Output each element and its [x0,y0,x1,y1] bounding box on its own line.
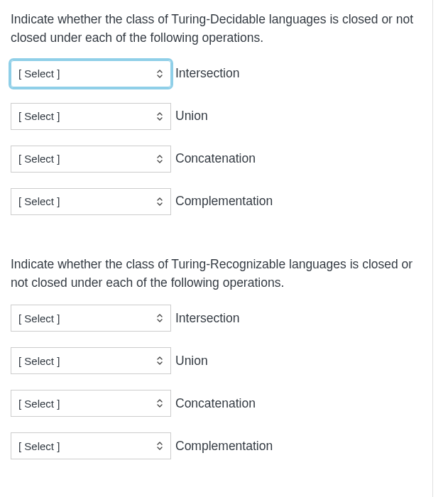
chevron-updown-icon [156,154,163,164]
answer-row: [ Select ] Concatenation [11,146,422,173]
select-value: [ Select ] [18,67,60,80]
select-dropdown[interactable]: [ Select ] [11,432,171,459]
select-value: [ Select ] [18,110,60,122]
select-value: [ Select ] [18,440,60,452]
operation-label: Concatenation [175,396,256,411]
answer-row: [ Select ] Concatenation [11,390,422,417]
select-value: [ Select ] [18,398,60,410]
select-value: [ Select ] [18,355,60,367]
operation-label: Concatenation [175,151,256,166]
answer-row: [ Select ] Union [11,347,422,374]
select-dropdown[interactable]: [ Select ] [11,347,171,374]
chevron-updown-icon [156,69,163,79]
operation-label: Union [175,109,208,124]
select-dropdown[interactable]: [ Select ] [11,146,171,173]
chevron-updown-icon [156,441,163,451]
answer-row: [ Select ] Intersection [11,60,422,87]
operation-label: Intersection [175,66,239,81]
operation-label: Complementation [175,439,273,454]
select-value: [ Select ] [18,153,60,165]
answer-row: [ Select ] Union [11,103,422,130]
question-prompt: Indicate whether the class of Turing-Dec… [11,10,422,48]
answer-row: [ Select ] Complementation [11,188,422,215]
chevron-updown-icon [156,313,163,323]
answer-row: [ Select ] Complementation [11,432,422,459]
answer-row: [ Select ] Intersection [11,305,422,332]
operation-label: Intersection [175,311,239,326]
question-prompt: Indicate whether the class of Turing-Rec… [11,255,422,293]
question-container: Indicate whether the class of Turing-Dec… [0,0,433,497]
select-dropdown[interactable]: [ Select ] [11,188,171,215]
select-dropdown[interactable]: [ Select ] [11,60,171,87]
select-value: [ Select ] [18,312,60,324]
chevron-updown-icon [156,197,163,207]
section-spacer [11,231,422,255]
select-dropdown[interactable]: [ Select ] [11,305,171,332]
chevron-updown-icon [156,356,163,366]
operation-label: Union [175,354,208,368]
select-dropdown[interactable]: [ Select ] [11,103,171,130]
select-dropdown[interactable]: [ Select ] [11,390,171,417]
select-value: [ Select ] [18,195,60,207]
chevron-updown-icon [156,398,163,408]
operation-label: Complementation [175,194,273,209]
chevron-updown-icon [156,111,163,121]
